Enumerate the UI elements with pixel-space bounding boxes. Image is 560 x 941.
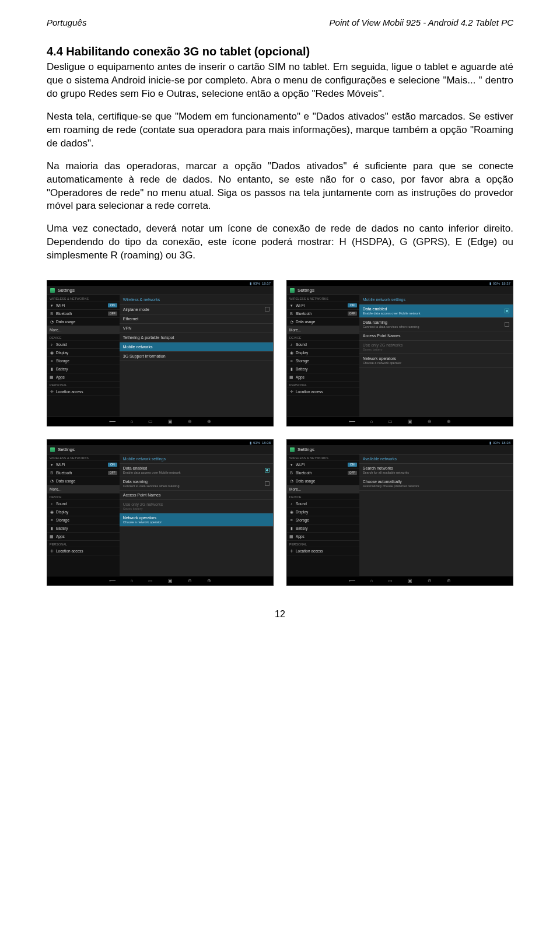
recents-icon[interactable]: ▭ [388,578,393,583]
sidebar-item-location[interactable]: ✛Location access [47,388,120,396]
back-icon[interactable]: ⟵ [349,578,355,583]
row-tethering[interactable]: Tethering & portable hotspot [120,333,273,342]
sidebar-item-more[interactable]: More... [47,485,120,494]
sidebar-item-data-usage[interactable]: ◔Data usage [47,477,120,485]
nav-bar: ⟵⌂▭▣⊖⊕ [287,576,513,585]
row-data-enabled[interactable]: Data enabledEnable data access over Mobi… [120,464,273,477]
sidebar-item-wifi[interactable]: ▾Wi-FiON [287,461,359,469]
sidebar-item-battery[interactable]: ▮Battery [287,365,359,373]
header-right: Point of View Mobii 925 - Android 4.2 Ta… [330,18,513,27]
sidebar-item-wifi[interactable]: ▾Wi-FiON [47,302,120,310]
voldown-icon[interactable]: ⊖ [428,578,432,583]
sidebar-item-sound[interactable]: ♪Sound [287,341,359,349]
settings-sidebar: WIRELESS & NETWORKS ▾Wi-FiON BBluetoothO… [47,295,120,417]
sidebar-item-data-usage[interactable]: ◔Data usage [287,318,359,326]
row-data-roaming[interactable]: Data roamingConnect to data services whe… [359,318,513,331]
paragraph-4: Uma vez conectado, deverá notar um ícone… [47,222,513,263]
sidebar-item-more[interactable]: More... [287,485,359,494]
sidebar-item-bluetooth[interactable]: BBluetoothOFF [47,310,120,318]
volup-icon[interactable]: ⊕ [447,419,451,424]
voldown-icon[interactable]: ⊖ [188,578,192,583]
sidebar-item-display[interactable]: ◉Display [47,508,120,516]
row-choose-auto[interactable]: Choose automaticallyAutomatically choose… [359,477,513,491]
back-icon[interactable]: ⟵ [109,578,116,583]
checkbox[interactable] [505,322,509,327]
sidebar-item-sound[interactable]: ♪Sound [47,341,120,349]
sidebar-item-apps[interactable]: ▦Apps [47,533,120,541]
sidebar-item-sound[interactable]: ♪Sound [47,500,120,508]
wifi-toggle[interactable]: ON [108,303,117,307]
row-3g-support[interactable]: 3G Support Information [120,352,273,361]
sidebar-item-storage[interactable]: ≡Storage [287,357,359,365]
bt-toggle[interactable]: OFF [108,312,117,316]
sidebar-item-more[interactable]: More... [287,326,359,334]
row-2g-only[interactable]: Use only 2G networksSaves battery [359,341,513,354]
row-apn[interactable]: Access Point Names [359,331,513,341]
volup-icon[interactable]: ⊕ [447,578,451,583]
screenshot-icon[interactable]: ▣ [408,419,412,424]
content-header: Wireless & networks [120,295,273,305]
sidebar-item-bluetooth[interactable]: BBluetoothOFF [287,469,359,477]
voldown-icon[interactable]: ⊖ [188,419,192,424]
checkbox[interactable] [265,307,270,312]
row-apn[interactable]: Access Point Names [120,491,273,500]
recents-icon[interactable]: ▭ [148,578,153,583]
sidebar-item-bluetooth[interactable]: BBluetoothOFF [287,310,359,318]
sidebar-item-location[interactable]: ✛Location access [287,547,359,555]
row-vpn[interactable]: VPN [120,324,273,333]
sidebar-item-battery[interactable]: ▮Battery [47,365,120,373]
sidebar-item-display[interactable]: ◉Display [287,508,359,516]
sidebar-item-data-usage[interactable]: ◔Data usage [47,318,120,326]
checkbox[interactable] [265,468,270,473]
back-icon[interactable]: ⟵ [109,419,116,424]
screenshots-grid: ▮ 93% 18:37 Settings WIRELESS & NETWORKS… [47,280,513,586]
screenshot-icon[interactable]: ▣ [408,578,412,583]
volup-icon[interactable]: ⊕ [207,578,211,583]
sidebar-item-location[interactable]: ✛Location access [47,547,120,555]
settings-icon [50,288,55,293]
sidebar-item-sound[interactable]: ♪Sound [287,500,359,508]
row-2g-only[interactable]: Use only 2G networksSaves battery [120,500,273,513]
screenshot-icon[interactable]: ▣ [168,419,173,424]
sidebar-item-location[interactable]: ✛Location access [287,388,359,396]
settings-icon [290,447,295,452]
sidebar-item-storage[interactable]: ≡Storage [47,357,120,365]
sidebar-item-display[interactable]: ◉Display [47,349,120,357]
sidebar-item-data-usage[interactable]: ◔Data usage [287,477,359,485]
back-icon[interactable]: ⟵ [349,419,355,424]
home-icon[interactable]: ⌂ [370,578,373,583]
row-ethernet[interactable]: Ethernet [120,314,273,324]
checkbox[interactable] [265,481,270,486]
sidebar-item-storage[interactable]: ≡Storage [47,516,120,524]
screenshot-icon[interactable]: ▣ [168,578,173,583]
checkbox[interactable] [505,309,509,313]
row-network-operators[interactable]: Network operatorsChoose a network operat… [120,513,273,527]
content-header: Available networks [359,454,513,464]
home-icon[interactable]: ⌂ [131,419,134,424]
sidebar-item-display[interactable]: ◉Display [287,349,359,357]
wifi-icon: ▾ [50,303,54,307]
sidebar-item-storage[interactable]: ≡Storage [287,516,359,524]
home-icon[interactable]: ⌂ [131,578,134,583]
sidebar-item-wifi[interactable]: ▾Wi-FiON [287,302,359,310]
sidebar-item-bluetooth[interactable]: BBluetoothOFF [47,469,120,477]
voldown-icon[interactable]: ⊖ [428,419,432,424]
home-icon[interactable]: ⌂ [370,419,373,424]
sidebar-item-apps[interactable]: ▦Apps [287,533,359,541]
sidebar-item-apps[interactable]: ▦Apps [47,373,120,382]
recents-icon[interactable]: ▭ [388,419,393,424]
recents-icon[interactable]: ▭ [148,419,153,424]
row-airplane[interactable]: Airplane mode [120,305,273,314]
row-data-enabled[interactable]: Data enabledEnable data access over Mobi… [359,305,513,318]
row-mobile-networks[interactable]: Mobile networks [120,342,273,352]
sidebar-item-battery[interactable]: ▮Battery [287,524,359,533]
row-search-networks[interactable]: Search networksSearch for all available … [359,464,513,477]
row-data-roaming[interactable]: Data roamingConnect to data services whe… [120,477,273,491]
sidebar-item-apps[interactable]: ▦Apps [287,373,359,382]
sidebar-item-wifi[interactable]: ▾Wi-FiON [47,461,120,469]
sidebar-item-more[interactable]: More... [47,326,120,334]
sidebar-item-battery[interactable]: ▮Battery [47,524,120,533]
volup-icon[interactable]: ⊕ [207,419,211,424]
status-bar: ▮ 93% 18:38 [287,440,513,445]
row-network-operators[interactable]: Network operatorsChoose a network operat… [359,354,513,368]
